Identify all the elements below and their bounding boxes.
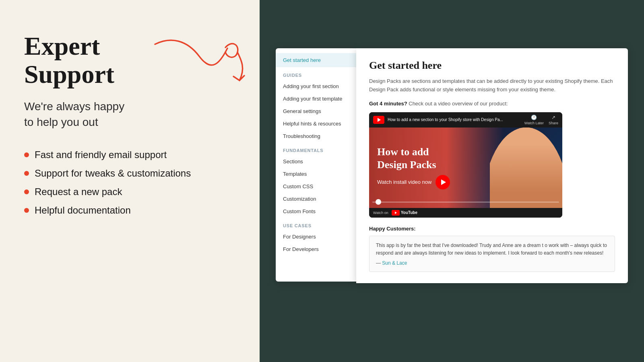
sidebar-nav: Get started here GUIDES Adding your firs… xyxy=(276,48,356,282)
testimonial-text: This app is by far the best that I've do… xyxy=(376,242,608,257)
testimonial-link[interactable]: Sun & Lace xyxy=(382,260,407,266)
left-panel: Expert Support We're always happy to hel… xyxy=(0,0,260,362)
video-heading: How to add Design Packs xyxy=(377,146,450,171)
main-content-area: Get started here Design Packs are sectio… xyxy=(356,48,628,283)
bullet-item-2: Support for tweaks & customizations xyxy=(24,168,235,179)
happy-customers-label: Happy Customers: xyxy=(369,226,615,232)
bullet-item-3: Request a new pack xyxy=(24,186,235,197)
testimonial-box: This app is by far the best that I've do… xyxy=(369,236,615,272)
youtube-text: YouTube xyxy=(401,210,417,215)
hero-subtitle: We're always happy to help you out xyxy=(24,99,235,130)
nav-section-fundamentals: FUNDAMENTALS xyxy=(276,142,356,155)
nav-item-custom-css[interactable]: Custom CSS xyxy=(276,180,356,193)
yt-small-icon xyxy=(392,210,400,216)
video-progress-bar xyxy=(372,202,559,203)
bullet-dot xyxy=(24,152,29,157)
watch-on-label: Watch on xyxy=(373,211,388,215)
nav-item-adding-first-template[interactable]: Adding your first template xyxy=(276,93,356,105)
youtube-logo: YouTube xyxy=(392,210,417,216)
nav-item-sections[interactable]: Sections xyxy=(276,155,356,168)
play-triangle-icon xyxy=(441,179,446,185)
bullet-item-1: Fast and friendly email support xyxy=(24,149,235,160)
video-controls-right: 🕐 Watch Later ↗ Share xyxy=(524,115,558,125)
nav-section-guides: GUIDES xyxy=(276,67,356,80)
content-description: Design Packs are sections and templates … xyxy=(369,77,615,94)
youtube-play-icon xyxy=(378,118,381,122)
nav-item-custom-fonts[interactable]: Custom Fonts xyxy=(276,205,356,218)
bullet-list: Fast and friendly email support Support … xyxy=(24,149,235,216)
video-thumbnail[interactable]: How to add Design Packs Watch install vi… xyxy=(369,128,562,208)
nav-item-troubleshooting[interactable]: Troubleshooting xyxy=(276,130,356,142)
video-title-text: How to add a new section to your Shopify… xyxy=(388,117,503,122)
nav-item-templates[interactable]: Templates xyxy=(276,168,356,180)
video-progress-dot xyxy=(376,199,381,205)
nav-item-for-designers[interactable]: For Designers xyxy=(276,230,356,243)
video-text-overlay: How to add Design Packs Watch install vi… xyxy=(369,138,458,197)
bullet-dot xyxy=(24,208,29,213)
watch-later-icon: 🕐 xyxy=(531,115,537,120)
got-minutes-text: Got 4 minutes? Check out a video overvie… xyxy=(369,101,615,107)
play-button[interactable] xyxy=(436,175,450,189)
nav-item-adding-first-section[interactable]: Adding your first section xyxy=(276,80,356,93)
youtube-icon xyxy=(373,116,384,124)
nav-item-helpful-hints[interactable]: Helpful hints & resources xyxy=(276,117,356,130)
testimonial-author: — Sun & Lace xyxy=(376,260,608,266)
content-title: Get started here xyxy=(369,60,615,72)
watch-install-row[interactable]: Watch install video now xyxy=(377,175,450,189)
video-top-left: How to add a new section to your Shopify… xyxy=(373,116,503,124)
yt-small-play-icon xyxy=(395,212,397,214)
nav-item-for-developers[interactable]: For Developers xyxy=(276,243,356,255)
watch-later-control[interactable]: 🕐 Watch Later xyxy=(524,115,544,125)
nav-item-customization[interactable]: Customization xyxy=(276,193,356,205)
bullet-dot xyxy=(24,189,29,194)
nav-item-get-started[interactable]: Get started here xyxy=(276,53,356,67)
share-control[interactable]: ↗ Share xyxy=(549,115,558,125)
right-panel: Get started here GUIDES Adding your firs… xyxy=(260,0,644,362)
bullet-item-4: Helpful documentation xyxy=(24,205,235,216)
video-container[interactable]: How to add a new section to your Shopify… xyxy=(369,112,562,218)
decorative-arrow xyxy=(147,32,252,94)
nav-section-use-cases: USE CASES xyxy=(276,218,356,230)
nav-item-general-settings[interactable]: General settings xyxy=(276,105,356,117)
video-bottom-bar: Watch on YouTube xyxy=(369,208,562,218)
bullet-dot xyxy=(24,171,29,176)
share-icon: ↗ xyxy=(551,115,555,120)
video-top-bar: How to add a new section to your Shopify… xyxy=(369,112,562,128)
watch-install-text: Watch install video now xyxy=(377,179,431,185)
